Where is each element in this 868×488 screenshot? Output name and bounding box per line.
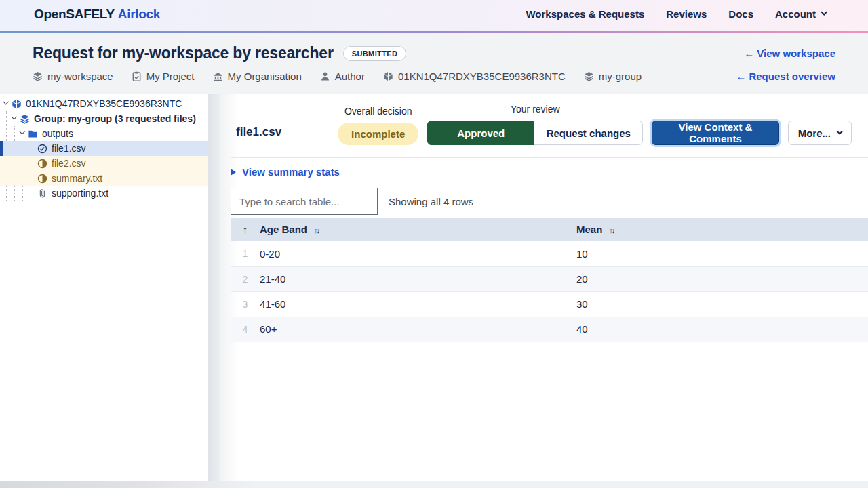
request-overview-link[interactable]: ← Request overview [736,70,835,82]
meta-request-id: 01KN1Q47RDXYB35CE9936R3NTC [383,70,566,82]
nav-links: Workspaces & Requests Reviews Docs Accou… [526,8,826,20]
tree-item-outputs-folder[interactable]: outputs [0,126,208,141]
tree-item-file1[interactable]: file1.csv [0,141,208,156]
overall-decision-block: Overall decision Incomplete [338,106,418,145]
row-number: 3 [231,291,260,317]
mean-cell: 40 [576,317,868,342]
nav-account-menu[interactable]: Account [775,8,826,20]
file-tree-sidebar: 01KN1Q47RDXYB35CE9936R3NTC Group: my-gro… [0,94,208,481]
meta-workspace-label: my-workspace [47,70,113,82]
tree-item-file2[interactable]: file2.csv [0,156,208,171]
check-circle-icon [37,144,47,154]
body: 01KN1Q47RDXYB35CE9936R3NTC Group: my-gro… [0,94,868,481]
your-review-block: Your review Approved Request changes [427,104,643,145]
brand-logo[interactable]: OpenSAFELYAirlock [34,7,160,22]
brand-primary: OpenSAFELY [34,7,115,21]
request-changes-button[interactable]: Request changes [534,121,643,145]
mean-column-header[interactable]: Mean↑↓ [576,218,868,241]
status-badge: SUBMITTED [343,46,407,61]
view-context-comments-button[interactable]: View Context & Comments [652,121,778,145]
nav-docs[interactable]: Docs [728,8,753,20]
title-row: Request for my-workspace by researcher S… [33,44,835,62]
mean-cell: 10 [576,241,868,266]
mean-cell: 20 [576,266,868,291]
tree-item-summary[interactable]: summary.txt [0,171,208,186]
horizontal-scrollbar-track[interactable] [0,481,868,488]
sort-ascending-icon[interactable]: ↑ [243,224,248,235]
layers-icon [33,71,43,81]
rows-status: Showing all 4 rows [389,196,473,207]
tree-item-request-root[interactable]: 01KN1Q47RDXYB35CE9936R3NTC [0,96,208,111]
main-content: file1.csv Overall decision Incomplete Yo… [220,94,868,481]
data-table: ↑ Age Band↑↓ Mean↑↓ 1 0-20 10 2 21-40 20… [231,218,868,342]
tree-file1-label: file1.csv [52,143,86,154]
age-band-column-header[interactable]: Age Band↑↓ [260,218,576,241]
nav-workspaces-requests[interactable]: Workspaces & Requests [526,8,644,20]
view-summary-stats-toggle[interactable]: View summary stats [231,158,340,185]
page-header: Request for my-workspace by researcher S… [0,33,868,94]
meta-request-id-label: 01KN1Q47RDXYB35CE9936R3NTC [398,70,566,82]
meta-organisation: My Organisation [213,70,302,82]
clipboard-icon [132,71,142,81]
row-number-sort-header[interactable]: ↑ [231,218,260,241]
table-header-row: ↑ Age Band↑↓ Mean↑↓ [231,218,868,241]
table-search-row: Showing all 4 rows [231,188,868,215]
user-icon [320,71,330,81]
chevron-down-icon [821,9,827,16]
file-review-header: file1.csv Overall decision Incomplete Yo… [231,94,868,158]
tree-file2-label: file2.csv [52,158,86,169]
chevron-down-icon [11,114,16,119]
meta-organisation-label: My Organisation [228,70,302,82]
paperclip-icon [37,188,47,199]
age-band-cell: 41-60 [260,291,576,317]
brand-secondary: Airlock [118,7,160,21]
more-button[interactable]: More... [788,121,852,145]
table-row: 1 0-20 10 [231,241,868,266]
meta-group: my-group [584,70,642,82]
row-number: 2 [231,266,260,291]
view-workspace-link[interactable]: ← View workspace [744,47,835,59]
age-band-cell: 0-20 [260,241,576,266]
view-summary-stats-label: View summary stats [242,166,340,178]
half-circle-icon [37,174,47,184]
organisation-icon [213,71,223,81]
meta-workspace: my-workspace [33,70,113,82]
half-circle-icon [37,159,47,169]
layers-icon [20,114,30,124]
mean-cell: 30 [576,291,868,317]
sidebar-resize-handle[interactable] [208,94,220,481]
review-button-group: Approved Request changes [427,121,643,145]
cube-icon [383,71,393,81]
meta-author: Author [320,70,365,82]
age-band-header-label: Age Band [260,224,307,235]
layers-icon [584,71,594,81]
folder-icon [28,129,38,139]
meta-group-label: my-group [599,70,642,82]
cube-icon [12,99,22,109]
tree-group-label: Group: my-group (3 requested files) [34,113,196,124]
chevron-down-icon [19,129,24,134]
row-number: 1 [231,241,260,266]
table-search-input[interactable] [231,188,378,215]
age-band-cell: 60+ [260,317,576,342]
meta-project: My Project [132,70,195,82]
table-row: 2 21-40 20 [231,266,868,291]
tree-item-group[interactable]: Group: my-group (3 requested files) [0,111,208,126]
tree-outputs-label: outputs [42,128,73,139]
sort-toggle-icon[interactable]: ↑↓ [609,226,614,235]
tree-root-label: 01KN1Q47RDXYB35CE9936R3NTC [26,98,182,109]
tree-item-supporting[interactable]: supporting.txt [0,186,208,201]
tree-supporting-label: supporting.txt [52,188,108,199]
chevron-down-icon [836,127,843,134]
nav-reviews[interactable]: Reviews [666,8,707,20]
table-row: 3 41-60 30 [231,291,868,317]
meta-row: my-workspace My Project My Organisation … [33,70,835,82]
meta-author-label: Author [335,70,365,82]
sort-toggle-icon[interactable]: ↑↓ [314,226,319,235]
top-nav: OpenSAFELYAirlock Workspaces & Requests … [0,0,868,33]
more-button-label: More... [798,127,831,139]
your-review-label: Your review [511,104,560,115]
chevron-down-icon [3,99,8,104]
approved-button[interactable]: Approved [427,121,534,145]
table-row: 4 60+ 40 [231,317,868,342]
